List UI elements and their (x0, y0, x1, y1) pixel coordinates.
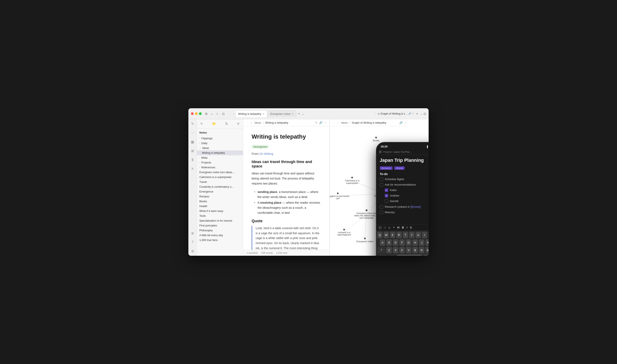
graph-more-icon[interactable]: ⋯ (404, 121, 407, 124)
sidebar-item-ideas[interactable]: ⌄ Ideas (197, 145, 243, 150)
format-strikethrough-icon[interactable]: S (410, 226, 412, 229)
link-icon[interactable]: 🔗 (319, 121, 322, 124)
sidebar-item-travel[interactable]: Travel (197, 180, 243, 184)
phone-tag-projects[interactable]: #projects (380, 166, 393, 170)
sidebar-item-specialization[interactable]: Specialization is for insects (197, 218, 243, 223)
settings-icon[interactable]: ⚙ (190, 248, 195, 254)
key-r[interactable]: R (396, 232, 402, 238)
graph-breadcrumb-parent[interactable]: Ideas (341, 121, 348, 124)
graph-node-navigation[interactable]: navigation to your former self (330, 193, 350, 200)
tab-evergreen-notes[interactable]: Evergreen notes ✕ (268, 110, 296, 117)
key-t[interactable]: T (403, 232, 408, 238)
edit-icon[interactable]: ✎ (315, 121, 317, 124)
graph-link-icon[interactable]: 🔗 (399, 121, 403, 124)
sidebar-item-writing-telepathy[interactable]: Writing is telepathy (197, 150, 243, 155)
sidebar-item-health[interactable]: Health (197, 204, 243, 208)
note-editor[interactable]: Writing is telepathy #evergreen From On … (243, 126, 329, 250)
key-return[interactable]: return (423, 254, 429, 256)
graph-node-company-superorganism[interactable]: company is a superorganism (331, 229, 357, 236)
backlinks-count[interactable]: 1 backlink (247, 251, 258, 254)
phone-checkbox-checked[interactable]: ✓ (385, 189, 388, 192)
sidebar-toggle-icon[interactable]: ⊞ (205, 112, 208, 116)
note-back-arrow[interactable]: ‹ (246, 120, 249, 125)
graph-dropdown-icon[interactable]: ⌄ (420, 112, 423, 116)
sidebar-item-philosophy[interactable]: Philosophy (197, 228, 243, 233)
new-note-icon[interactable]: ✎ (190, 121, 195, 127)
key-c[interactable]: C (399, 247, 405, 253)
key-d[interactable]: D (393, 239, 398, 246)
sidebar-item-emergence[interactable]: Emergence (197, 189, 243, 194)
format-bracket-icon[interactable]: [ ] (379, 226, 381, 229)
breadcrumb-parent[interactable]: Ideas (254, 121, 261, 124)
graph-node-calmness[interactable]: Calmness is a superpower (340, 177, 365, 184)
calendar-icon[interactable]: ▦ (190, 139, 195, 145)
phone-note-area[interactable]: Japan Trip Planning #projects #travel To… (376, 155, 429, 224)
key-i[interactable]: I (422, 232, 427, 238)
key-h[interactable]: H (412, 239, 418, 246)
tab-writing-telepathy[interactable]: Writing is telepathy ✕ (235, 110, 267, 117)
key-z[interactable]: Z (386, 247, 392, 253)
bookmarks-icon[interactable]: ≡ (191, 166, 194, 171)
key-y[interactable]: Y (409, 232, 415, 238)
sidebar-item-references[interactable]: › References (197, 165, 243, 170)
sidebar-item-evergreen[interactable]: Evergreen notes turn ideas… (197, 170, 243, 175)
phone-todo-keiko[interactable]: ✓ Keiko (380, 188, 429, 192)
phone-todo-research-ryokans[interactable]: Research ryokans in [[Kyoto]] (380, 205, 429, 209)
sidebar-item-1000fans[interactable]: 1,000 true fans (197, 238, 243, 242)
format-h-icon[interactable]: H (397, 226, 399, 229)
phone-checkbox[interactable] (380, 178, 383, 181)
key-v[interactable]: V (406, 247, 411, 253)
key-w[interactable]: W (383, 232, 389, 238)
graph-node-evergreen-objects[interactable]: Evergreen notes turn ideas into objects … (354, 209, 379, 219)
sidebar-item-calmness[interactable]: Calmness is a superpower (197, 175, 243, 180)
key-emoji[interactable]: ☺ (388, 254, 396, 256)
back-arrow[interactable]: ‹ (229, 112, 232, 116)
new-graph-tab[interactable]: + (415, 112, 419, 116)
phone-checkbox[interactable] (380, 211, 383, 214)
key-b[interactable]: B (412, 247, 418, 253)
phone-todo-schedule-flights[interactable]: Schedule flights (380, 177, 429, 181)
tab-close-icon[interactable]: ✕ (292, 113, 294, 115)
phone-checkbox[interactable] (380, 205, 383, 208)
graph-node-evergreen-notes[interactable]: Evergreen notes (356, 238, 373, 243)
key-x[interactable]: X (393, 247, 398, 253)
sidebar-item-tools[interactable]: Tools (197, 213, 243, 218)
graph-node-books[interactable]: Books (373, 137, 380, 142)
sidebar-item-books[interactable]: Books (197, 199, 243, 204)
key-e[interactable]: E (390, 232, 395, 238)
key-n[interactable]: N (419, 247, 424, 253)
key-f[interactable]: F (399, 239, 405, 246)
layout-icon[interactable]: ⊡ (222, 112, 225, 116)
sidebar-item-recipes[interactable]: Recipes (197, 194, 243, 199)
new-tab-button[interactable]: + (297, 112, 301, 116)
files-icon[interactable]: ⊞ (190, 148, 195, 154)
phone-sidebar-icon[interactable]: ⊞ (379, 150, 382, 154)
format-italic-icon[interactable]: I (407, 226, 407, 229)
key-m[interactable]: M (425, 247, 429, 253)
sidebar-item-creativity[interactable]: Creativity is combinatory u… (197, 184, 243, 189)
key-123[interactable]: 123 (380, 254, 387, 256)
close-button[interactable] (191, 112, 194, 115)
key-q[interactable]: Q (377, 232, 382, 238)
note-forward-arrow[interactable]: › (250, 120, 253, 125)
key-k[interactable]: K (425, 239, 429, 246)
phone-checkbox[interactable] (385, 199, 388, 203)
tab-close-icon[interactable]: ✕ (263, 113, 264, 115)
key-a[interactable]: A (380, 239, 385, 246)
sidebar-item-little-bit[interactable]: A little bit every day (197, 233, 243, 238)
sidebar-item-clippings[interactable]: › Clippings (197, 136, 243, 141)
star-icon[interactable]: ☆ (216, 112, 219, 116)
format-attachment-icon[interactable]: ⌖ (393, 226, 395, 229)
sidebar-item-meta[interactable]: › Meta (197, 155, 243, 160)
search2-icon[interactable]: ⊕ (190, 231, 195, 236)
key-s[interactable]: S (386, 239, 392, 246)
help-icon[interactable]: ? (191, 239, 194, 245)
phone-todo-ask-recommendations[interactable]: Ask for recommendations (380, 183, 429, 187)
search-icon[interactable]: ⌕ (211, 112, 213, 116)
graph-tab-label[interactable]: Graph of Writing is t… (381, 112, 407, 115)
phone-tag-travel[interactable]: #travel (394, 166, 405, 170)
format-page-icon[interactable]: □ (384, 226, 386, 229)
forward-arrow[interactable]: › (232, 112, 235, 116)
sidebar-item-first-principles[interactable]: First principles (197, 223, 243, 228)
more-icon[interactable]: ⋯ (324, 121, 327, 124)
